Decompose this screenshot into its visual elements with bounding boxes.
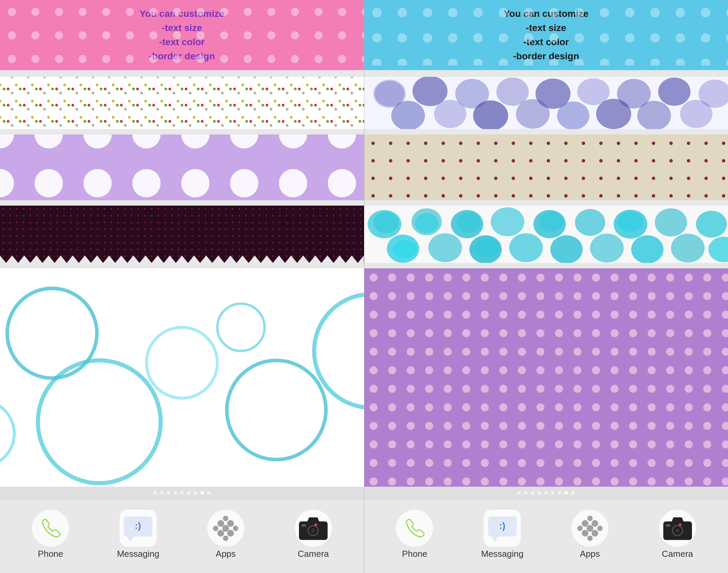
svg-point-90 xyxy=(587,516,593,521)
left-tape-strips: You can customize -text size -text color… xyxy=(0,0,364,487)
right-page-dot-8[interactable] xyxy=(565,491,568,494)
left-phone-icon-circle xyxy=(32,510,69,547)
messaging-icon: :) xyxy=(122,515,154,542)
svg-point-50 xyxy=(391,101,425,129)
svg-point-80 xyxy=(631,235,663,263)
svg-point-55 xyxy=(596,99,631,129)
right-messaging-icon-square: :) xyxy=(484,510,521,547)
right-page-dot-3[interactable] xyxy=(531,491,534,494)
left-card-line1: You can customize xyxy=(140,7,224,21)
svg-point-47 xyxy=(617,79,650,109)
right-page-dot-2[interactable] xyxy=(524,491,527,494)
left-strip-bubbles[interactable] xyxy=(0,268,364,487)
right-page-dot-7[interactable] xyxy=(558,491,561,494)
svg-point-63 xyxy=(456,212,481,233)
right-strip-purple-small-dots[interactable] xyxy=(364,268,728,487)
svg-point-87 xyxy=(582,530,588,537)
svg-point-53 xyxy=(516,99,549,129)
left-nav-apps-label: Apps xyxy=(216,549,236,559)
svg-point-89 xyxy=(586,525,593,532)
right-apps-icon-circle xyxy=(571,510,608,547)
page-dot-7[interactable] xyxy=(194,491,197,494)
right-page-dot-5[interactable] xyxy=(544,491,548,494)
svg-point-73 xyxy=(392,240,417,259)
page-dot-2[interactable] xyxy=(160,491,163,494)
svg-text::): :) xyxy=(135,520,141,531)
right-tape-strips: You can customize -text size -text color… xyxy=(364,0,728,487)
right-strip-blue-watercolor[interactable] xyxy=(364,77,728,129)
svg-point-12 xyxy=(314,294,364,408)
left-strip-colorful-dots[interactable] xyxy=(0,77,364,129)
left-nav-camera[interactable]: Camera xyxy=(283,510,344,559)
right-nav-phone[interactable]: Phone xyxy=(384,510,445,559)
svg-point-8 xyxy=(38,360,160,483)
right-page-dot-1[interactable] xyxy=(517,491,521,494)
svg-point-40 xyxy=(373,80,405,108)
left-nav-apps[interactable]: Apps xyxy=(195,510,256,559)
right-nav-messaging[interactable]: :) Messaging xyxy=(472,510,533,559)
right-nav-apps-label: Apps xyxy=(580,549,600,559)
svg-point-76 xyxy=(475,239,499,258)
svg-point-49 xyxy=(698,80,728,108)
right-card-customize[interactable]: You can customize -text size -text color… xyxy=(364,0,728,70)
right-strip-teal-watercolor[interactable] xyxy=(364,206,728,263)
svg-text::): :) xyxy=(499,520,505,531)
left-card-customize[interactable]: You can customize -text size -text color… xyxy=(0,0,364,70)
svg-point-57 xyxy=(680,100,712,128)
page-dot-5[interactable] xyxy=(180,491,184,494)
page-dot-8[interactable] xyxy=(201,491,204,494)
svg-point-91 xyxy=(587,536,593,541)
svg-point-51 xyxy=(434,100,466,128)
svg-point-58 xyxy=(367,210,401,238)
page-dot-6[interactable] xyxy=(187,491,190,494)
page-dot-3[interactable] xyxy=(167,491,170,494)
svg-point-66 xyxy=(539,212,563,232)
left-pagination xyxy=(0,487,364,499)
svg-point-98 xyxy=(675,528,680,533)
svg-point-67 xyxy=(575,209,605,236)
svg-point-11 xyxy=(227,360,326,459)
right-strip-beige-dots[interactable] xyxy=(364,134,728,200)
right-page-dot-9[interactable] xyxy=(571,491,575,494)
apps-icon xyxy=(211,514,240,543)
right-page-dot-4[interactable] xyxy=(538,491,541,494)
left-nav-messaging[interactable]: :) Messaging xyxy=(108,510,169,559)
right-nav-camera[interactable]: Camera xyxy=(647,510,708,559)
svg-point-75 xyxy=(469,235,502,263)
svg-point-43 xyxy=(455,79,489,109)
left-strip-purple-large-dots[interactable] xyxy=(0,134,364,200)
page-dot-9[interactable] xyxy=(207,491,211,494)
svg-point-70 xyxy=(655,208,687,237)
left-nav-camera-label: Camera xyxy=(298,549,329,559)
svg-point-78 xyxy=(550,235,582,263)
left-strip-dark-dots[interactable] xyxy=(0,206,364,263)
page-dot-1[interactable] xyxy=(153,491,157,494)
svg-marker-95 xyxy=(672,517,684,521)
right-nav-apps[interactable]: Apps xyxy=(559,510,620,559)
svg-point-99 xyxy=(679,523,681,526)
phone-icon-right xyxy=(403,516,426,540)
left-nav-phone[interactable]: Phone xyxy=(20,510,81,559)
svg-point-32 xyxy=(233,525,238,531)
svg-rect-39 xyxy=(301,524,306,527)
page-dot-4[interactable] xyxy=(174,491,177,494)
svg-point-42 xyxy=(412,77,447,106)
svg-point-26 xyxy=(217,530,224,537)
apps-icon-right xyxy=(576,514,604,543)
left-card-line3: -text color xyxy=(140,35,224,49)
svg-point-79 xyxy=(590,234,624,263)
svg-point-65 xyxy=(533,210,566,238)
camera-icon xyxy=(297,515,329,542)
svg-point-69 xyxy=(617,212,643,232)
right-card-line1: You can customize xyxy=(504,7,588,21)
right-nav-phone-label: Phone xyxy=(402,549,427,559)
svg-point-77 xyxy=(509,233,543,262)
svg-point-86 xyxy=(592,520,598,527)
svg-point-10 xyxy=(217,304,265,351)
right-page-dot-6[interactable] xyxy=(551,491,554,494)
svg-point-7 xyxy=(7,289,97,378)
svg-point-59 xyxy=(373,212,399,233)
svg-point-62 xyxy=(451,210,483,238)
left-nav-phone-label: Phone xyxy=(38,549,63,559)
svg-point-24 xyxy=(217,520,224,527)
